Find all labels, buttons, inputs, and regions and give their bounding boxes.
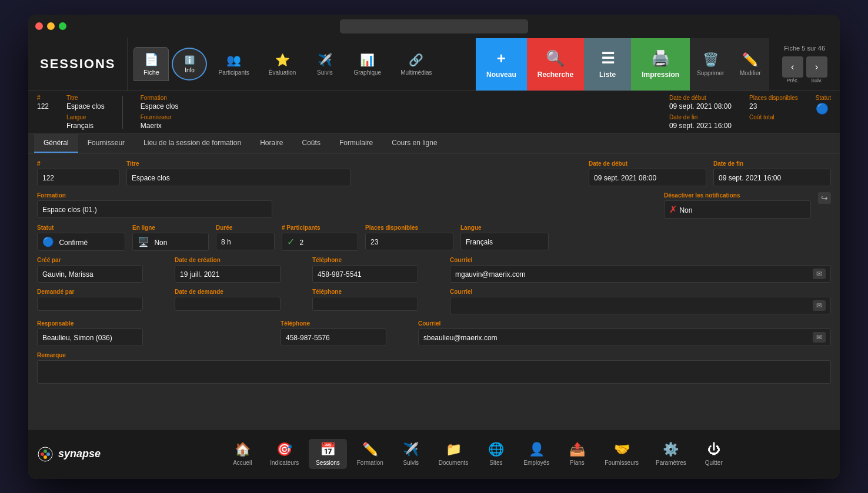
date-creation-field: Date de création 19 juill. 2021 [175,257,281,283]
responsable-field: Responsable Beaulieu, Simon (036) [37,320,143,346]
tab-couts[interactable]: Coûts [293,134,330,153]
minimize-button[interactable] [47,22,55,30]
prev-label: Préc. [786,78,799,83]
email-button-2[interactable]: ✉ [813,300,826,311]
tab-lieu[interactable]: Lieu de la session de formation [134,134,251,153]
impression-button[interactable]: 🖨️ Impression [631,38,690,90]
remarque-box[interactable] [37,360,831,384]
en-ligne-value: Non [154,239,167,247]
date-demande-field: Date de demande [175,289,281,311]
places-info-label: Places disponibles [749,95,798,101]
bnav-sites[interactable]: 🌐 Sites [478,439,513,469]
suivis-icon: ✈️ [318,53,332,67]
bnav-accueil[interactable]: 🏠 Accueil [225,439,260,469]
prev-button[interactable]: ‹ [782,56,803,78]
formation-form-label: Formation [37,192,272,199]
duree-box: 8 h [216,233,275,250]
tab-fiche[interactable]: 📄 Fiche [133,47,169,81]
demande-box [37,297,143,311]
statut-form-box: 🔵 Confirmé [37,233,125,251]
bnav-fournisseurs[interactable]: 🤝 Fournisseurs [597,439,646,469]
email-button-3[interactable]: ✉ [813,332,826,343]
en-ligne-box: 🖥️ Non [132,233,209,251]
formation-info-label: Formation [141,95,179,101]
edit-icon: ✏️ [742,52,758,68]
bnav-sessions-label: Sessions [316,460,340,466]
close-button[interactable] [35,22,43,30]
bnav-quitter[interactable]: ⏻ Quitter [696,439,732,469]
title-info-field: Titre Espace clos Langue Français [66,95,105,130]
number-form-box: 122 [37,169,119,186]
liste-button[interactable]: ☰ Liste [584,38,631,90]
search-icon: 🔍 [546,49,565,68]
desactiver-box: ✗ Non [664,200,811,219]
date-fin-form-box: 09 sept. 2021 16:00 [713,169,831,186]
tab-formulaire-label: Formulaire [339,139,373,147]
brand-name: synapse [58,448,101,460]
recherche-button[interactable]: 🔍 Recherche [527,38,584,90]
tab-formulaire[interactable]: Formulaire [330,134,382,153]
bnav-formation[interactable]: ✏️ Formation [350,439,390,469]
bnav-indicateurs[interactable]: 🎯 Indicateurs [263,439,306,469]
telephone-field: Téléphone 458-987-5541 [312,257,418,283]
langue-form-value: Français [466,238,493,246]
tab-general-label: Général [44,139,69,147]
supprimer-label: Supprimer [697,70,724,76]
bnav-employes-label: Employés [523,460,549,466]
graphique-icon: 📊 [360,53,375,67]
title-info-value: Espace clos [66,102,105,110]
places-info-value: 23 [749,102,798,110]
tab-general[interactable]: Général [34,134,78,153]
bnav-sessions[interactable]: 📅 Sessions [309,439,347,469]
formation-info-field: Formation Espace clos Fournisseur Maerix [141,95,179,130]
bnav-employes[interactable]: 👤 Employés [516,439,556,469]
langue-form-box: Français [460,233,549,250]
tab-lieu-label: Lieu de la session de formation [143,139,241,147]
participants-icon: 👥 [226,53,241,67]
next-button[interactable]: › [806,56,827,78]
tab-cours-en-ligne[interactable]: Cours en ligne [382,134,446,153]
desactiver-x-icon: ✗ [669,204,677,214]
evaluation-icon: ⭐ [275,53,290,67]
tab-horaire[interactable]: Horaire [251,134,292,153]
bnav-sites-label: Sites [489,460,502,466]
tab-fournisseur-form[interactable]: Fournisseur [78,134,134,153]
modifier-label: Modifier [740,70,761,76]
liste-label: Liste [599,71,616,79]
tab-graphique[interactable]: 📊 Graphique [345,48,389,81]
tab-participants-label: Participants [218,69,249,76]
courriel2-label: Courriel [450,289,831,295]
remarque-field: Remarque [37,352,831,384]
svg-point-0 [38,447,52,461]
tab-info-label: Info [185,67,195,73]
date-debut-form-label: Date de début [589,160,706,167]
tab-info[interactable]: ℹ️ Info [172,48,207,81]
telephone3-box: 458-987-5576 [281,328,386,346]
date-creation-value: 19 juill. 2021 [180,270,219,279]
form-tabs-row: Général Fournisseur Lieu de la session d… [28,134,840,153]
bnav-parametres[interactable]: ⚙️ Paramètres [649,439,693,469]
bnav-suivis[interactable]: ✈️ Suivis [393,439,429,469]
fournisseur-info-label: Fournisseur [141,114,179,120]
tab-suivis[interactable]: ✈️ Suivis [307,48,342,81]
tab-multimedias[interactable]: 🔗 Multimédias [392,48,440,81]
statut-form-field: Statut 🔵 Confirmé [37,224,125,251]
bnav-plans[interactable]: 📤 Plans [559,439,595,469]
maximize-button[interactable] [59,22,66,30]
nouveau-button[interactable]: + Nouveau [476,38,527,90]
places-form-field: Places disponibles 23 [365,224,453,250]
supprimer-button[interactable]: 🗑️ Supprimer [690,38,731,90]
en-ligne-label: En ligne [132,224,209,231]
bnav-documents[interactable]: 📁 Documents [432,439,476,469]
nav-tabs-area: 📄 Fiche ℹ️ Info 👥 Participants ⭐ Évaluat… [128,47,476,81]
info-icon: ℹ️ [185,55,195,65]
titre-form-box: Espace clos [126,169,350,186]
email-button-1[interactable]: ✉ [813,269,826,279]
tab-participants[interactable]: 👥 Participants [210,48,257,81]
cree-par-value: Gauvin, Marissa [42,270,94,279]
recherche-label: Recherche [538,71,573,79]
modifier-button[interactable]: ✏️ Modifier [731,38,769,90]
tab-multimedias-label: Multimédias [400,69,432,76]
tab-evaluation[interactable]: ⭐ Évaluation [261,48,305,81]
redirect-button[interactable]: ↪ [818,192,831,204]
